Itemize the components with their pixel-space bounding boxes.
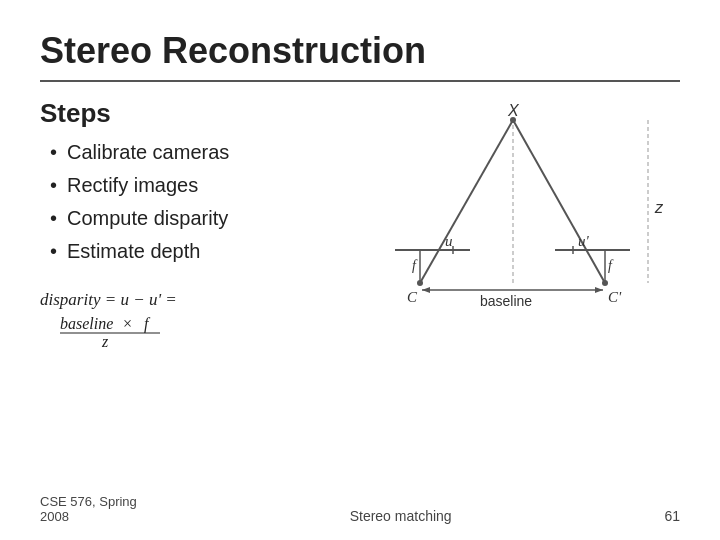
list-item: Rectify images [50, 174, 360, 197]
formula-svg: disparity = u − u' = baseline × f z [40, 277, 320, 347]
svg-line-8 [420, 120, 513, 283]
list-item: Compute disparity [50, 207, 360, 230]
slide: Stereo Reconstruction Steps Calibrate ca… [0, 0, 720, 540]
svg-text:f: f [144, 315, 151, 333]
content-area: Steps Calibrate cameras Rectify images C… [40, 98, 680, 378]
stereo-diagram: X z u u' [360, 98, 680, 378]
svg-point-18 [602, 280, 608, 286]
footer: CSE 576, Spring 2008 Stereo matching 61 [40, 494, 680, 524]
baseline-label: baseline [480, 293, 532, 309]
svg-text:baseline: baseline [60, 315, 113, 332]
formula-area: disparity = u − u' = baseline × f z [40, 277, 360, 352]
footer-left: CSE 576, Spring 2008 [40, 494, 137, 524]
x-label: X [507, 102, 520, 119]
slide-title: Stereo Reconstruction [40, 30, 680, 72]
bullet-list: Calibrate cameras Rectify images Compute… [40, 141, 360, 263]
z-label: z [654, 199, 664, 216]
svg-line-9 [513, 120, 605, 283]
footer-center: Stereo matching [350, 508, 452, 524]
svg-text:×: × [122, 315, 133, 332]
u-label: u [445, 233, 453, 249]
svg-point-19 [510, 117, 516, 123]
svg-point-17 [417, 280, 423, 286]
u-prime-label: u' [578, 233, 590, 249]
f-right-label: f [608, 258, 614, 273]
c-prime-label: C' [608, 289, 622, 305]
svg-text:disparity = u − u' =: disparity = u − u' = [40, 290, 177, 309]
right-panel: X z u u' [360, 98, 680, 378]
svg-marker-16 [595, 287, 603, 293]
svg-marker-15 [422, 287, 430, 293]
footer-right: 61 [664, 508, 680, 524]
title-divider [40, 80, 680, 82]
steps-label: Steps [40, 98, 360, 129]
left-panel: Steps Calibrate cameras Rectify images C… [40, 98, 360, 352]
list-item: Calibrate cameras [50, 141, 360, 164]
list-item: Estimate depth [50, 240, 360, 263]
c-label: C [407, 289, 418, 305]
f-left-label: f [412, 258, 418, 273]
svg-text:z: z [101, 333, 109, 347]
